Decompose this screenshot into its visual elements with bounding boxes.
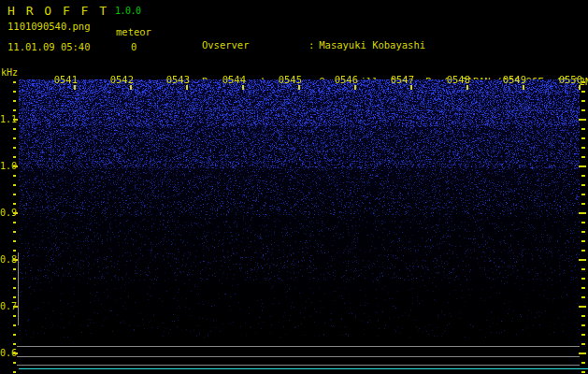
freq-major-tick xyxy=(579,165,586,167)
freq-minor-tick xyxy=(13,371,16,373)
freq-minor-tick xyxy=(13,137,16,139)
freq-minor-tick xyxy=(581,324,585,326)
freq-minor-tick xyxy=(581,278,585,280)
output-filename: 1101090540.png xyxy=(7,21,91,32)
time-tick xyxy=(466,85,468,90)
info-value: Masayuki Kobayashi xyxy=(319,39,425,50)
freq-minor-tick xyxy=(581,184,585,186)
time-tick-label: 0544 xyxy=(221,74,246,85)
freq-minor-tick xyxy=(13,147,16,149)
freq-minor-tick xyxy=(13,109,16,111)
time-tick xyxy=(410,85,412,90)
freq-minor-tick xyxy=(581,287,585,289)
freq-minor-tick xyxy=(581,156,585,158)
freq-minor-tick xyxy=(581,371,585,373)
reference-line xyxy=(17,356,580,357)
freq-minor-tick xyxy=(581,334,585,336)
freq-minor-tick xyxy=(13,128,16,130)
freq-minor-tick xyxy=(13,362,16,364)
time-tick xyxy=(74,85,76,90)
noise-band-line xyxy=(19,161,580,162)
freq-minor-tick xyxy=(581,203,585,205)
freq-minor-tick xyxy=(581,147,585,149)
freq-minor-tick xyxy=(13,231,16,233)
freq-tick-label: 0.9 xyxy=(0,208,13,218)
freq-minor-tick xyxy=(581,137,585,139)
datetime-label: 11.01.09 05:40 xyxy=(7,41,91,52)
time-tick xyxy=(579,85,581,90)
freq-minor-tick xyxy=(581,250,585,252)
freq-minor-tick xyxy=(13,334,16,336)
freq-minor-tick xyxy=(581,91,585,93)
freq-minor-tick xyxy=(13,194,16,195)
level-axis-line xyxy=(18,252,19,325)
freq-minor-tick xyxy=(13,278,16,280)
time-tick-label: 0546 xyxy=(333,74,358,85)
time-tick-label: 0547 xyxy=(389,74,414,85)
freq-minor-tick xyxy=(13,324,16,326)
app-version: 1.0.0 xyxy=(115,6,141,16)
time-tick xyxy=(523,85,524,90)
freq-major-tick xyxy=(579,119,586,121)
freq-minor-tick xyxy=(581,175,585,177)
reference-line xyxy=(17,365,580,366)
time-tick-label: 0543 xyxy=(165,74,190,85)
freq-major-tick xyxy=(579,352,586,354)
time-tick-label: 0549 xyxy=(501,74,526,85)
freq-major-tick xyxy=(13,352,18,354)
noise-band-line xyxy=(19,110,580,111)
info-label: Ovserver xyxy=(202,39,308,51)
freq-minor-tick xyxy=(13,343,16,345)
freq-minor-tick xyxy=(581,268,585,270)
time-tick-label: 0542 xyxy=(108,74,134,85)
freq-minor-tick xyxy=(13,315,16,317)
freq-major-tick xyxy=(13,212,18,214)
freq-major-tick xyxy=(13,165,18,167)
meteor-count: 0 xyxy=(131,41,136,52)
time-tick-label: 0550 xyxy=(557,74,582,85)
time-tick-label: 0545 xyxy=(277,74,302,85)
freq-minor-tick xyxy=(581,128,585,130)
freq-minor-tick xyxy=(13,222,16,223)
time-tick-label: 0548 xyxy=(445,74,470,85)
freq-minor-tick xyxy=(13,156,16,158)
freq-minor-tick xyxy=(13,91,16,93)
app-title: H R O F F T xyxy=(7,4,108,18)
time-tick xyxy=(130,85,132,90)
info-row-observer: Ovserver:Masayuki Kobayashi xyxy=(166,27,588,39)
freq-minor-tick xyxy=(581,296,585,298)
freq-minor-tick xyxy=(13,81,16,83)
freq-minor-tick xyxy=(13,296,16,298)
freq-minor-tick xyxy=(13,100,16,102)
mode-label: meteor xyxy=(116,26,151,37)
time-tick xyxy=(298,85,300,90)
freq-minor-tick xyxy=(581,194,585,195)
freq-minor-tick xyxy=(13,287,16,289)
time-tick xyxy=(354,85,356,90)
time-tick xyxy=(242,85,244,90)
hrofft-screen: H R O F F T 1.0.0 1101090540.png meteor … xyxy=(0,0,588,374)
freq-minor-tick xyxy=(581,315,585,317)
freq-major-tick xyxy=(579,259,586,261)
freq-major-tick xyxy=(579,212,586,214)
freq-minor-tick xyxy=(13,175,16,177)
time-tick xyxy=(186,85,188,90)
info-separator: : xyxy=(308,39,314,51)
spectrogram-noise-field xyxy=(19,79,580,338)
freq-minor-tick xyxy=(581,109,585,111)
freq-major-tick xyxy=(13,119,18,121)
freq-tick-label: 0.6 xyxy=(0,348,13,358)
time-tick-label: 0541 xyxy=(52,74,78,85)
freq-minor-tick xyxy=(581,362,585,364)
freq-tick-label: 0.8 xyxy=(0,254,13,265)
signal-level-trace xyxy=(19,368,588,369)
freq-minor-tick xyxy=(13,268,16,270)
freq-minor-tick xyxy=(581,343,585,345)
reference-line xyxy=(17,346,580,347)
freq-tick-label: 1.1 xyxy=(0,114,13,124)
freq-minor-tick xyxy=(13,184,16,186)
freq-minor-tick xyxy=(581,231,585,233)
freq-tick-label: 0.7 xyxy=(0,301,13,311)
freq-minor-tick xyxy=(581,240,585,242)
freq-tick-label: 1.0 xyxy=(0,161,13,171)
